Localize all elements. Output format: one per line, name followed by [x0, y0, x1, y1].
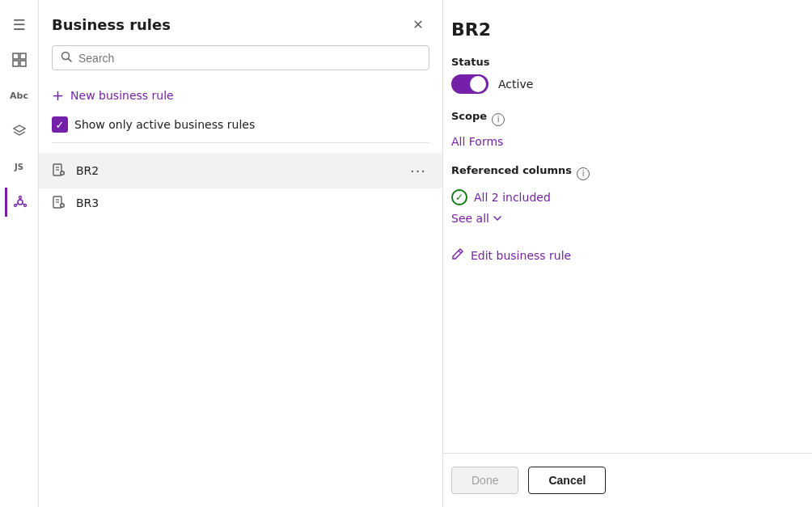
svg-point-6	[24, 205, 27, 207]
js-icon[interactable]: JS	[5, 152, 34, 181]
detail-body: BR2 Status Active Scope i	[443, 0, 812, 453]
rule-more-button-br2[interactable]: ···	[407, 159, 429, 182]
svg-point-7	[15, 205, 17, 207]
close-button[interactable]: ✕	[407, 13, 429, 36]
svg-rect-2	[13, 61, 19, 66]
ref-cols-value: All 2 included	[474, 191, 551, 204]
edit-business-rule-button[interactable]: Edit business rule	[451, 241, 793, 270]
diagram-icon[interactable]	[5, 188, 34, 217]
svg-rect-3	[20, 61, 26, 66]
business-rules-panel: Business rules ✕ + New business rule ✓ S…	[39, 0, 443, 507]
svg-line-12	[69, 59, 72, 62]
search-icon	[61, 51, 72, 65]
ref-cols-info-icon[interactable]: i	[577, 167, 590, 180]
status-label: Status	[451, 56, 793, 68]
edit-rule-label: Edit business rule	[471, 249, 571, 262]
status-section: Status Active	[451, 56, 793, 94]
see-all-button[interactable]: See all	[451, 212, 793, 225]
scope-section: Scope i All Forms	[451, 110, 793, 148]
ref-cols-title-row: Referenced columns i	[451, 164, 793, 183]
rule-item-br2[interactable]: BR2 ···	[39, 153, 442, 188]
icon-rail: ☰ Abc JS	[0, 0, 39, 507]
status-toggle[interactable]	[451, 74, 488, 94]
plus-icon: +	[52, 87, 64, 104]
rule-name-br3: BR3	[76, 196, 429, 209]
panel-title: Business rules	[52, 16, 171, 33]
new-rule-label: New business rule	[70, 89, 174, 102]
rule-item-br3[interactable]: BR3	[39, 188, 442, 218]
search-box[interactable]	[52, 45, 429, 70]
panel-area: Business rules ✕ + New business rule ✓ S…	[39, 0, 812, 507]
rules-list: BR2 ··· BR3	[39, 146, 442, 224]
svg-point-5	[19, 196, 22, 199]
hamburger-icon[interactable]: ☰	[5, 10, 34, 39]
new-business-rule-button[interactable]: + New business rule	[39, 80, 442, 110]
detail-title: BR2	[451, 19, 793, 40]
see-all-label: See all	[451, 212, 489, 225]
done-button[interactable]: Done	[451, 467, 518, 494]
svg-rect-1	[20, 53, 26, 59]
scope-info-icon[interactable]: i	[492, 113, 505, 126]
scope-title-row: Scope i	[451, 110, 793, 129]
scope-label: Scope	[451, 110, 487, 122]
panel-header: Business rules ✕	[39, 0, 442, 45]
svg-line-9	[23, 204, 24, 205]
svg-line-10	[16, 204, 18, 205]
chevron-down-icon	[493, 213, 502, 223]
text-abc-icon[interactable]: Abc	[5, 81, 34, 110]
detail-panel: BR2 Status Active Scope i	[443, 0, 812, 507]
ref-cols-check-row: ✓ All 2 included	[451, 189, 793, 205]
svg-point-4	[18, 200, 23, 205]
rule-name-br2: BR2	[76, 164, 407, 177]
status-value: Active	[498, 78, 533, 91]
main-area: ℹ This environment is associated with [P…	[443, 0, 812, 507]
grid-icon[interactable]	[5, 45, 34, 74]
referenced-columns-section: Referenced columns i ✓ All 2 included Se…	[451, 164, 793, 225]
detail-footer: Done Cancel	[443, 453, 812, 507]
referenced-columns-label: Referenced columns	[451, 164, 572, 176]
business-rule-icon-br3	[52, 195, 68, 211]
pencil-icon	[451, 247, 464, 264]
cancel-button[interactable]: Cancel	[528, 467, 606, 494]
scope-value: All Forms	[451, 135, 793, 148]
checkbox-checked-icon: ✓	[52, 116, 68, 133]
divider	[52, 142, 429, 143]
status-toggle-row: Active	[451, 74, 793, 94]
green-check-icon: ✓	[451, 189, 467, 205]
svg-rect-0	[13, 53, 19, 59]
svg-line-25	[459, 251, 461, 253]
filter-active-rules-checkbox[interactable]: ✓ Show only active business rules	[39, 110, 442, 139]
toggle-thumb	[470, 76, 486, 92]
filter-label: Show only active business rules	[74, 118, 255, 131]
layers-icon[interactable]	[5, 116, 34, 146]
search-input[interactable]	[78, 52, 421, 65]
business-rule-icon	[52, 163, 68, 179]
